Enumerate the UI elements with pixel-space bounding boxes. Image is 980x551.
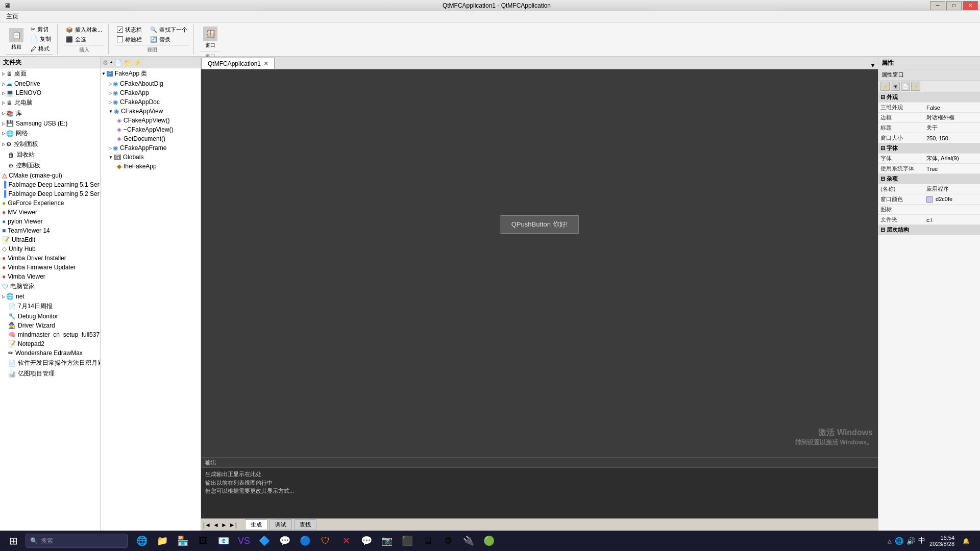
insert-obj-button[interactable]: 📦 插入对象... <box>64 26 104 34</box>
replace-button[interactable]: 🔄 替换 <box>148 35 189 44</box>
tree-item-lenovo[interactable]: ▷ 💻 LENOVO <box>0 88 100 97</box>
taskbar-app-shield[interactable]: 🛡 <box>316 532 335 550</box>
taskbar-app-green[interactable]: 🟢 <box>480 532 498 550</box>
maximize-button[interactable]: □ <box>946 1 962 10</box>
tree-node-globals[interactable]: ▼ G Globals <box>101 153 201 162</box>
tree-node-cfakeappview[interactable]: ▼ ◉ CFakeAppView <box>101 107 201 116</box>
close-button[interactable]: ✕ <box>963 1 978 10</box>
taskbar-app-power[interactable]: 🔌 <box>459 532 478 550</box>
tray-expand[interactable]: △ <box>888 538 892 544</box>
tree-item-mindmaster[interactable]: 🧠 mindmaster_cn_setup_full5375.exe <box>0 330 100 339</box>
tree-node-cfakeappframe[interactable]: ▷ ◉ CFakeAppFrame <box>101 143 201 153</box>
tab-close-button[interactable]: ✕ <box>264 61 268 66</box>
tree-node-cfakeappdoc[interactable]: ▷ ◉ CFakeAppDoc <box>101 97 201 107</box>
tree-item-softwaredev[interactable]: 📄 软件开发日常操作方法日积月累 <box>0 358 100 368</box>
tree-node-fakeapp[interactable]: ▼ F FakeApp 类 <box>101 68 201 79</box>
editor-tab[interactable]: QtMFCApplication1 ✕ <box>201 58 275 69</box>
tree-item-controlpanel2[interactable]: ⚙ 控制面板 <box>0 160 100 171</box>
find-tab[interactable]: 查找 <box>294 519 316 530</box>
tree-item-driver-wizard[interactable]: 🧙 Driver Wizard <box>0 321 100 330</box>
tree-item-recycle[interactable]: 🗑 回收站 <box>0 149 100 160</box>
taskbar-app-mail[interactable]: 📧 <box>214 532 233 550</box>
tree-node-cfakeapp[interactable]: ▷ ◉ CFakeApp <box>101 88 201 97</box>
tree-item-yitu[interactable]: 📊 亿图项目管理 <box>0 368 100 379</box>
all-select-button[interactable]: ⬛ 全选 <box>64 35 104 44</box>
props-tool-4[interactable]: ⚡ <box>911 82 920 91</box>
taskbar-app-bt[interactable]: 🔵 <box>296 532 314 550</box>
debug-tab[interactable]: 调试 <box>270 519 292 530</box>
build-tab[interactable]: 生成 <box>245 519 267 530</box>
code-tree-area[interactable]: ▼ F FakeApp 类 ▷ ◉ CFakeAboutDlg ▷ ◉ CFak… <box>101 68 201 531</box>
tree-item-cmake[interactable]: △ CMake (cmake-gui) <box>0 171 100 180</box>
tree-item-pylon[interactable]: ● pylon Viewer <box>0 217 100 226</box>
taskbar-app-explorer[interactable]: 📁 <box>153 532 172 550</box>
file-tree-area[interactable]: ▷ 🖥 桌面 ▷ ☁ OneDrive ▷ 💻 LENOVO ▷ 🖥 此电脑 ▷ <box>0 68 100 531</box>
taskbar-app-chat[interactable]: 💬 <box>357 532 376 550</box>
tree-item-desktop[interactable]: ▷ 🖥 桌面 <box>0 68 100 79</box>
output-content[interactable]: 生成输出正显示在此处. 输出以前在列表视图的行中 但您可以根据需要更改其显示方式… <box>201 468 878 518</box>
taskbar-app-store[interactable]: 🏪 <box>174 532 192 550</box>
tree-item-vimba-driver[interactable]: ● Vimba Driver Installer <box>0 254 100 263</box>
taskbar-app-settings[interactable]: ⚙ <box>439 532 457 550</box>
tree-node-getdocument[interactable]: ◈ GetDocument() <box>101 134 201 143</box>
start-button[interactable]: ⊞ <box>2 532 24 550</box>
tree-item-thispc[interactable]: ▷ 🖥 此电脑 <box>0 97 100 108</box>
menu-main[interactable]: 主页 <box>2 11 22 22</box>
tree-item-onedrive[interactable]: ▷ ☁ OneDrive <box>0 79 100 88</box>
tree-item-controlpanel[interactable]: ▷ ⚙ 控制面板 <box>0 139 100 149</box>
tree-item-samsung[interactable]: ▷ 💾 Samsung USB (E:) <box>0 119 100 128</box>
notification-button[interactable]: 🔔 <box>959 532 974 550</box>
tree-item-unityhub[interactable]: ◇ Unity Hub <box>0 244 100 254</box>
tray-volume[interactable]: 🔊 <box>906 537 915 545</box>
taskbar-app-taskview[interactable]: 🖥 <box>419 532 437 550</box>
taskbar-app-wechat[interactable]: 💬 <box>276 532 294 550</box>
props-tool-1[interactable]: ⚡ <box>880 82 890 91</box>
nav-next[interactable]: ► <box>221 521 227 529</box>
format-button[interactable]: 🖊 格式 <box>29 44 53 53</box>
taskbar-app-camera[interactable]: 📷 <box>378 532 396 550</box>
tree-item-pcmanager[interactable]: 🛡 电脑管家 <box>0 281 100 292</box>
props-tool-2[interactable]: ⊞ <box>891 82 900 91</box>
tree-item-net[interactable]: ▷ 🌐 net <box>0 292 100 301</box>
qpushbutton-widget[interactable]: QPushButton 你好! <box>501 215 579 234</box>
labels-toggle[interactable]: 标题栏 <box>115 35 144 44</box>
tree-item-fabimage1[interactable]: ▐ FabImage Deep Learning 5.1 Ser <box>0 180 100 189</box>
nav-prev[interactable]: ◄ <box>213 521 219 529</box>
editor-canvas[interactable]: QPushButton 你好! 激活 Windows 转到设置以激活 Windo… <box>201 69 878 457</box>
tree-item-vimba-viewer[interactable]: ● Vimba Viewer <box>0 272 100 281</box>
tree-item-weekly[interactable]: 📄 7月14日周报 <box>0 301 100 312</box>
tree-node-cfakeaboutdlg[interactable]: ▷ ◉ CFakeAboutDlg <box>101 79 201 88</box>
minimize-button[interactable]: ─ <box>930 1 945 10</box>
tray-network[interactable]: 🌐 <box>895 537 903 545</box>
taskbar-app-photos[interactable]: 🖼 <box>194 532 212 550</box>
tree-item-library[interactable]: ▷ 📚 库 <box>0 108 100 119</box>
window-button[interactable]: 🪟 窗口 <box>200 25 220 51</box>
tab-scroll-button[interactable]: ▼ <box>868 62 878 69</box>
statusbar-toggle[interactable]: ✓ 状态栏 <box>115 26 144 34</box>
cut-button[interactable]: ✂ 剪切 <box>29 25 53 34</box>
taskbar-app-red[interactable]: ✕ <box>337 532 355 550</box>
tree-item-network[interactable]: ▷ 🌐 网络 <box>0 128 100 139</box>
taskbar-clock[interactable]: 16:54 2023/8/28 <box>929 535 954 547</box>
search-box[interactable]: 🔍 搜索 <box>26 534 128 548</box>
taskbar-app-vscode[interactable]: 🔷 <box>255 532 274 550</box>
taskbar-app-terminal[interactable]: ⬛ <box>398 532 416 550</box>
tree-item-teamviewer[interactable]: ■ TeamViewer 14 <box>0 226 100 235</box>
taskbar-app-edge[interactable]: 🌐 <box>133 532 151 550</box>
tree-item-notepad2[interactable]: 📝 Notepad2 <box>0 339 100 348</box>
props-tool-3[interactable]: 📄 <box>901 82 910 91</box>
nav-prev-prev[interactable]: |◄ <box>203 521 211 529</box>
tree-item-fabimage2[interactable]: ▐ FabImage Deep Learning 5.2 Ser <box>0 189 100 198</box>
tree-item-edrawmax[interactable]: ✏ Wondershare EdrawMax <box>0 348 100 358</box>
tree-item-debug-monitor[interactable]: 🔧 Debug Monitor <box>0 312 100 321</box>
tree-node-cfakeappview-dtor[interactable]: ◈ ~CFakeAppView() <box>101 125 201 134</box>
copy-button[interactable]: 📄 复制 <box>29 35 53 43</box>
tree-item-ultraedit[interactable]: 📝 UltraEdit <box>0 235 100 244</box>
find-next-button[interactable]: 🔍 查找下一个 <box>148 26 189 34</box>
tree-item-geforce[interactable]: ● GeForce Experience <box>0 198 100 208</box>
tray-language[interactable]: 中 <box>918 536 925 545</box>
tree-item-mvviewer[interactable]: ● MV Viewer <box>0 208 100 217</box>
paste-button[interactable]: 📋 粘贴 <box>6 27 27 52</box>
tree-node-thefakeapp[interactable]: ◆ theFakeApp <box>101 162 201 171</box>
nav-next-next[interactable]: ►| <box>229 521 237 529</box>
